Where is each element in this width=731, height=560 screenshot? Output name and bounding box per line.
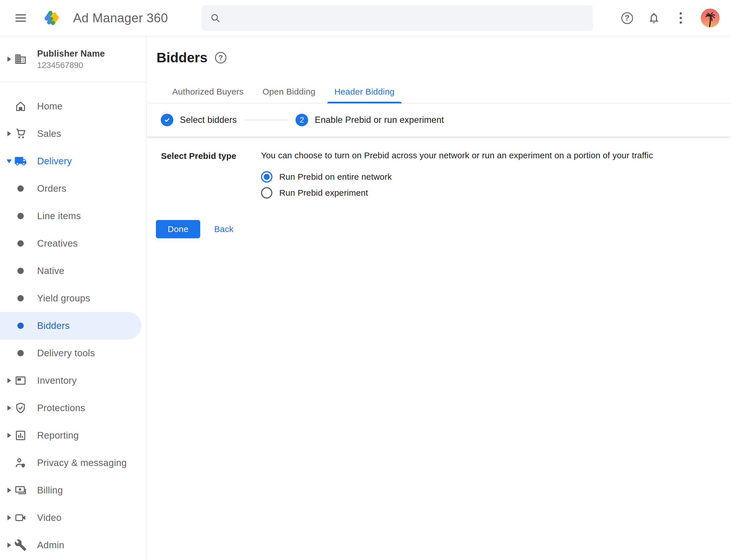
sidebar-item-delivery[interactable]: Delivery <box>0 147 146 175</box>
expand-arrow-icon <box>7 515 11 520</box>
radio-unselected-icon[interactable] <box>261 187 273 199</box>
page-title: Bidders <box>157 50 208 66</box>
publisher-id: 1234567890 <box>37 61 105 70</box>
expand-arrow-icon <box>7 433 11 438</box>
help-button[interactable]: ? <box>620 11 634 25</box>
option-run-prebid-experiment[interactable]: Run Prebid experiment <box>261 185 720 201</box>
radio-selected-icon[interactable] <box>261 171 273 183</box>
search-icon <box>210 13 221 23</box>
search-input[interactable] <box>227 13 584 23</box>
sidebar-item-orders[interactable]: Orders <box>0 175 146 202</box>
vertical-dots-icon <box>680 12 682 24</box>
step-connector <box>245 120 288 120</box>
bullet-icon <box>17 240 24 247</box>
bullet-icon <box>17 323 24 329</box>
done-button[interactable]: Done <box>156 220 200 238</box>
wrench-icon <box>14 539 27 551</box>
more-options-button[interactable] <box>674 11 688 25</box>
palm-tree-silhouette <box>702 10 718 27</box>
inventory-icon <box>14 374 27 387</box>
sidebar: Publisher Name 1234567890 Home <box>0 37 147 560</box>
bullet-icon <box>17 350 24 356</box>
sidebar-item-bidders[interactable]: Bidders <box>0 312 141 339</box>
sidebar-item-protections[interactable]: Protections <box>0 394 146 422</box>
main-content: Bidders ? Authorized Buyers Open Bidding… <box>147 37 731 560</box>
sidebar-item-delivery-tools[interactable]: Delivery tools <box>0 339 146 367</box>
banknote-icon <box>14 484 27 497</box>
check-icon <box>163 116 171 124</box>
bullet-icon <box>17 268 24 274</box>
step2-number: 2 <box>296 114 308 126</box>
cart-icon <box>14 127 27 140</box>
notifications-button[interactable] <box>647 11 661 25</box>
sidebar-item-inventory[interactable]: Inventory <box>0 367 146 394</box>
sidebar-item-billing[interactable]: Billing <box>0 477 146 504</box>
truck-icon <box>14 155 27 168</box>
ad-manager-logo-icon <box>43 7 65 29</box>
help-icon: ? <box>621 12 633 24</box>
brand-title: Ad Manager 360 <box>73 11 168 25</box>
hamburger-menu-icon[interactable] <box>15 12 28 24</box>
stepper: Select bidders 2 Enable Prebid or run ex… <box>147 103 731 137</box>
sidebar-item-yield-groups[interactable]: Yield groups <box>0 285 146 312</box>
home-icon <box>14 100 27 113</box>
bullet-icon <box>17 295 24 301</box>
bullet-icon <box>17 213 24 219</box>
sidebar-item-native[interactable]: Native <box>0 257 146 285</box>
radio-group: Run Prebid on entire network Run Prebid … <box>261 169 720 201</box>
sidebar-item-line-items[interactable]: Line items <box>0 202 146 230</box>
back-button[interactable]: Back <box>214 224 234 234</box>
expand-arrow-icon <box>7 405 11 411</box>
collapse-arrow-icon <box>7 159 12 163</box>
sidebar-item-privacy-messaging[interactable]: Privacy & messaging <box>0 449 146 477</box>
building-icon <box>14 53 27 65</box>
step1-label[interactable]: Select bidders <box>180 115 237 125</box>
sidebar-item-reporting[interactable]: Reporting <box>0 422 146 449</box>
sidebar-item-home[interactable]: Home <box>0 93 146 120</box>
page-help-icon[interactable]: ? <box>215 52 227 63</box>
person-shield-icon <box>14 457 27 469</box>
bell-icon <box>648 12 660 24</box>
account-avatar[interactable] <box>701 9 720 27</box>
videocam-icon <box>14 511 27 524</box>
tab-header-bidding[interactable]: Header Bidding <box>325 87 404 103</box>
sidebar-item-sales[interactable]: Sales <box>0 120 146 147</box>
shield-check-icon <box>14 402 27 414</box>
sidebar-item-admin[interactable]: Admin <box>0 531 146 559</box>
prebid-type-section: Select Prebid type You can choose to tur… <box>147 137 731 201</box>
bullet-icon <box>17 185 24 192</box>
sidebar-item-creatives[interactable]: Creatives <box>0 230 146 257</box>
publisher-switcher[interactable]: Publisher Name 1234567890 <box>0 37 146 82</box>
publisher-name: Publisher Name <box>37 49 105 59</box>
app-bar: Ad Manager 360 ? <box>0 0 731 37</box>
tab-open-bidding[interactable]: Open Bidding <box>253 87 325 103</box>
tab-bar: Authorized Buyers Open Bidding Header Bi… <box>147 87 731 103</box>
expand-arrow-icon <box>7 378 11 383</box>
expand-arrow-icon <box>7 488 11 493</box>
tab-authorized-buyers[interactable]: Authorized Buyers <box>163 87 253 103</box>
step1-completed-icon <box>161 114 173 126</box>
step2-label: Enable Prebid or run experiment <box>315 115 444 125</box>
bar-chart-icon <box>14 429 27 442</box>
option-run-prebid-entire-network[interactable]: Run Prebid on entire network <box>261 169 720 185</box>
field-label: Select Prebid type <box>161 151 261 201</box>
search-bar[interactable] <box>202 5 593 31</box>
field-description: You can choose to turn on Prebid across … <box>261 151 720 160</box>
expand-arrow-icon <box>7 543 11 548</box>
sidebar-item-video[interactable]: Video <box>0 504 146 531</box>
expand-arrow-icon <box>7 131 11 136</box>
expand-arrow-icon <box>7 57 11 62</box>
